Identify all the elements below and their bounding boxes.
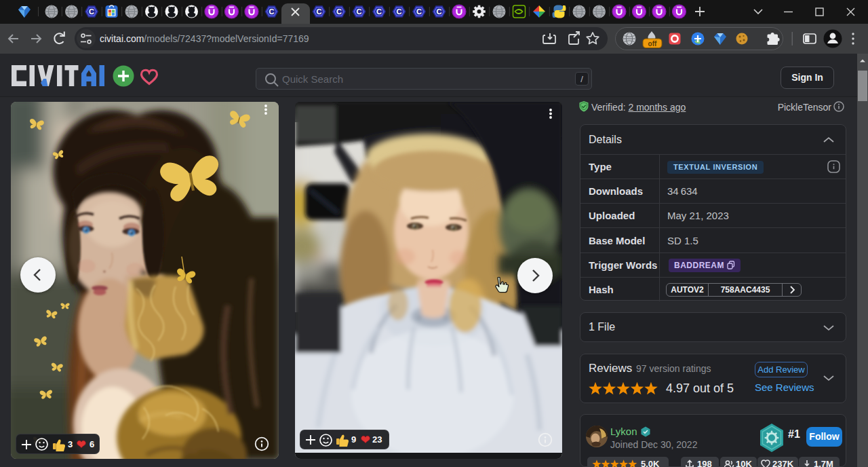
svg-text:C: C — [269, 7, 275, 16]
svg-text:off: off — [648, 40, 657, 48]
svg-text:C: C — [89, 7, 94, 16]
svg-text:C: C — [317, 7, 322, 16]
svg-text:C: C — [376, 7, 382, 16]
svg-text:C: C — [397, 7, 402, 16]
svg-text:C: C — [416, 7, 422, 16]
svg-text:C: C — [357, 7, 362, 16]
svg-text:C: C — [437, 7, 442, 16]
svg-text:C: C — [336, 7, 342, 16]
